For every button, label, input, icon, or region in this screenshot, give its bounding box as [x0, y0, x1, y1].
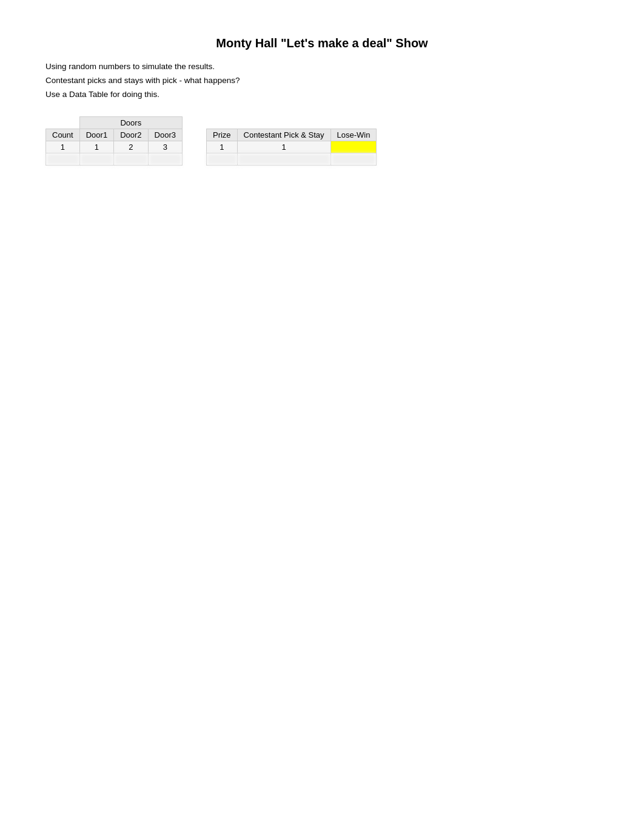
cell-door3-2: [148, 153, 182, 165]
cell-door2-1: 2: [114, 141, 148, 153]
simulation-table: Doors Count Door1 Door2 Door3 Prize Cont…: [45, 116, 377, 166]
cell-contestant-pick-stay-1: 1: [237, 141, 330, 153]
spacer-header: [182, 129, 206, 141]
description-line-1: Using random numbers to simulate the res…: [45, 60, 599, 74]
col-header-door1: Door1: [79, 129, 113, 141]
table-row-blurred: [46, 153, 377, 165]
spacer-cell-2: [182, 153, 206, 165]
page-title: Monty Hall "Let's make a deal" Show: [45, 36, 599, 50]
cell-lose-win-2: [330, 153, 377, 165]
col-header-contestant-pick-stay: Contestant Pick & Stay: [237, 129, 330, 141]
empty-header-2: [182, 116, 206, 129]
page-container: Monty Hall "Let's make a deal" Show Usin…: [0, 0, 644, 192]
description-line-2: Contestant picks and stays with pick - w…: [45, 74, 599, 88]
table-wrapper: Doors Count Door1 Door2 Door3 Prize Cont…: [45, 116, 377, 166]
cell-prize-1: 1: [206, 141, 237, 153]
cell-contestant-pick-stay-2: [237, 153, 330, 165]
cell-door2-2: [114, 153, 148, 165]
cell-count-2: [46, 153, 80, 165]
col-header-door3: Door3: [148, 129, 182, 141]
description-line-3: Use a Data Table for doing this.: [45, 88, 599, 102]
empty-header-3: [206, 116, 237, 129]
description: Using random numbers to simulate the res…: [45, 60, 599, 102]
cell-lose-win-1: [330, 141, 377, 153]
doors-group-header: Doors: [79, 116, 182, 129]
col-header-count: Count: [46, 129, 80, 141]
table-row: 1 1 2 3 1 1: [46, 141, 377, 153]
col-header-door2: Door2: [114, 129, 148, 141]
empty-header-1: [46, 116, 80, 129]
col-header-row: Count Door1 Door2 Door3 Prize Contestant…: [46, 129, 377, 141]
cell-count-1: 1: [46, 141, 80, 153]
cell-door1-1: 1: [79, 141, 113, 153]
col-header-lose-win: Lose-Win: [330, 129, 377, 141]
col-header-prize: Prize: [206, 129, 237, 141]
spacer-cell-1: [182, 141, 206, 153]
cell-prize-2: [206, 153, 237, 165]
cell-door3-1: 3: [148, 141, 182, 153]
empty-header-4: [237, 116, 330, 129]
group-header-row: Doors: [46, 116, 377, 129]
cell-door1-2: [79, 153, 113, 165]
